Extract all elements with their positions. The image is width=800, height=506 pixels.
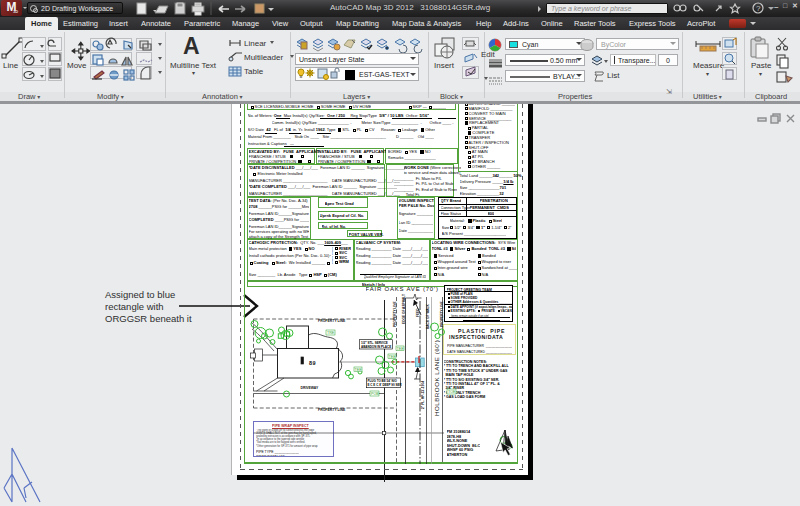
svg-text:Multileader: Multileader <box>244 53 283 62</box>
svg-text:PROPERTY LINE: PROPERTY LINE <box>318 319 346 323</box>
svg-text:EDGE OF ASPHALT: EDGE OF ASPHALT <box>401 294 405 324</box>
svg-text:POB: POB <box>371 392 379 396</box>
svg-text:FEED: FEED <box>415 308 419 317</box>
svg-text:2" PL. HP-13'-1974: 2" PL. HP-13'-1974 <box>420 381 424 409</box>
svg-text:PROPERTY LINE: PROPERTY LINE <box>392 301 396 327</box>
svg-text:ABANDON IN PLACE: ABANDON IN PLACE <box>361 345 391 349</box>
svg-text:PROPERTY LINE: PROPERTY LINE <box>318 408 346 412</box>
svg-text:Table: Table <box>244 67 264 76</box>
svg-text:TRE: TRE <box>327 331 335 335</box>
svg-text:TEE: TEE <box>396 347 404 351</box>
svg-text:TEE: TEE <box>354 368 362 372</box>
svg-text:DRIVEWAY: DRIVEWAY <box>300 386 319 390</box>
svg-text:HOLBROOK LANE (60'): HOLBROOK LANE (60') <box>433 340 440 416</box>
svg-text:BACK OF WALK: BACK OF WALK <box>425 304 429 329</box>
svg-text:PROPERTY LINE: PROPERTY LINE <box>440 301 444 327</box>
svg-text:Linear: Linear <box>244 39 267 48</box>
svg-text:E C E C 8' DEEP 90 SER: E C E C 8' DEEP 90 SER <box>367 383 402 387</box>
svg-text:TEE: TEE <box>388 355 396 359</box>
svg-text:89: 89 <box>309 360 316 366</box>
svg-text:TOE: TOE <box>448 390 456 394</box>
